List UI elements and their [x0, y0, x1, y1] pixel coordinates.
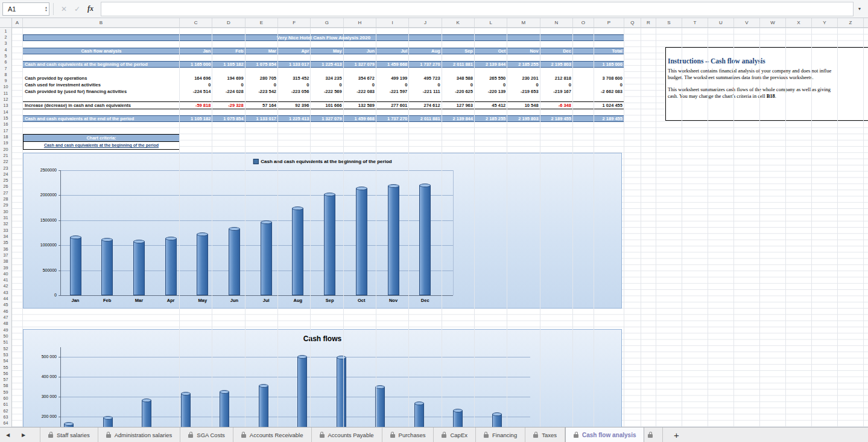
column-header-r[interactable]: R	[641, 18, 656, 27]
row-header-43[interactable]: 43	[0, 289, 11, 295]
column-header-u[interactable]: U	[708, 18, 734, 27]
row-header-46[interactable]: 46	[0, 308, 11, 314]
cell-total[interactable]: 3 708 600	[573, 75, 624, 82]
column-header-q[interactable]: Q	[624, 18, 641, 27]
column-header-a[interactable]: A	[12, 18, 23, 27]
cell-value[interactable]: 2 011 881	[442, 62, 475, 67]
cell-value[interactable]: 1 133 017	[278, 62, 311, 67]
row-header-7[interactable]: 7	[0, 65, 11, 71]
cell-value[interactable]: -219 653	[507, 88, 540, 95]
cell-value[interactable]: 1 459 668	[344, 116, 376, 121]
cell-value[interactable]: -222 569	[311, 88, 343, 95]
row-header-24[interactable]: 24	[0, 171, 11, 177]
row-label[interactable]: Cash and cash equivalents at the end of …	[23, 116, 180, 121]
cell-value[interactable]: 0	[246, 82, 278, 88]
row-header-1[interactable]: 1	[0, 28, 11, 34]
cell-value[interactable]: -224 028	[212, 88, 245, 95]
month-header[interactable]: Aug	[409, 48, 442, 54]
month-header[interactable]: May	[311, 48, 343, 54]
row-header-37[interactable]: 37	[0, 252, 11, 258]
month-header[interactable]: Jun	[344, 48, 376, 54]
cell-value[interactable]: 2 185 255	[507, 62, 540, 67]
cell-value[interactable]: 2 139 844	[442, 116, 475, 121]
row-header-11[interactable]: 11	[0, 90, 11, 96]
row-header-61[interactable]: 61	[0, 402, 11, 408]
cell-value[interactable]: 1 737 270	[409, 62, 442, 67]
month-header[interactable]: Mar	[246, 48, 278, 54]
cell-value[interactable]: 0	[278, 82, 311, 88]
row-header-32[interactable]: 32	[0, 221, 11, 227]
row-header-38[interactable]: 38	[0, 258, 11, 264]
column-header-k[interactable]: K	[442, 18, 475, 27]
row-header-22[interactable]: 22	[0, 159, 11, 165]
month-header[interactable]: Nov	[507, 48, 540, 54]
cell-value[interactable]: 1 737 270	[376, 116, 409, 121]
formula-bar-expand-icon[interactable]: ▼	[854, 7, 866, 11]
cell-value[interactable]: 274 612	[409, 102, 442, 109]
column-header-p[interactable]: P	[594, 18, 624, 27]
row-header-62[interactable]: 62	[0, 408, 11, 414]
cell-value[interactable]: -222 083	[344, 88, 376, 95]
row-header-4[interactable]: 4	[0, 46, 11, 53]
cell-value[interactable]: 265 550	[475, 75, 507, 82]
cell-value[interactable]: 230 201	[507, 75, 540, 82]
cell-value[interactable]: 324 235	[311, 75, 343, 82]
row-header-64[interactable]: 64	[0, 420, 11, 426]
cell-value[interactable]: 0	[212, 82, 245, 88]
row-header-55[interactable]: 55	[0, 364, 11, 370]
cell-value[interactable]: 1 459 668	[376, 62, 409, 67]
column-header-b[interactable]: B	[23, 18, 180, 27]
column-header-l[interactable]: L	[475, 18, 507, 27]
column-header-c[interactable]: C	[180, 18, 212, 27]
row-header-29[interactable]: 29	[0, 202, 11, 208]
cell-value[interactable]: 0	[344, 82, 376, 88]
cell-value[interactable]: -6 348	[540, 102, 573, 109]
row-header-54[interactable]: 54	[0, 358, 11, 364]
row-header-63[interactable]: 63	[0, 414, 11, 420]
cell-value[interactable]: 315 452	[278, 75, 311, 82]
column-header-e[interactable]: E	[246, 18, 278, 27]
sheet-tab-staff-salaries[interactable]: Staff salaries	[40, 428, 98, 442]
cell-value[interactable]: -29 328	[212, 102, 245, 109]
cell-value[interactable]: 1 327 079	[344, 62, 376, 67]
cell-value[interactable]: 2 195 803	[540, 62, 573, 67]
row-header-50[interactable]: 50	[0, 333, 11, 339]
accept-icon[interactable]: ✓	[71, 5, 84, 13]
cell-value[interactable]: 0	[376, 82, 409, 88]
cell-value[interactable]: 348 588	[442, 75, 475, 82]
tabs-scroll-left-icon[interactable]: ◀	[0, 428, 16, 442]
sheet-tab-administration-salaries[interactable]: Administration salaries	[98, 428, 181, 442]
add-sheet-button[interactable]: +	[668, 428, 685, 442]
row-header-42[interactable]: 42	[0, 283, 11, 289]
cell-value[interactable]: 1 225 413	[311, 62, 343, 67]
cell-value[interactable]: 1 327 079	[311, 116, 343, 121]
row-header-28[interactable]: 28	[0, 196, 11, 202]
cell-value[interactable]: 212 818	[540, 75, 573, 82]
row-header-5[interactable]: 5	[0, 53, 11, 59]
row-header-6[interactable]: 6	[0, 59, 11, 65]
row-label[interactable]: Cash provided by operations	[23, 75, 180, 82]
row-header-20[interactable]: 20	[0, 146, 11, 152]
chart-cash-flows[interactable]: Cash flows200 000300 000400 000500 000	[23, 329, 622, 427]
row-header-53[interactable]: 53	[0, 351, 11, 357]
column-header-y[interactable]: Y	[812, 18, 838, 27]
row-header-23[interactable]: 23	[0, 165, 11, 171]
column-header-v[interactable]: V	[734, 18, 760, 27]
row-header-8[interactable]: 8	[0, 71, 11, 77]
row-header-33[interactable]: 33	[0, 227, 11, 233]
row-header-59[interactable]: 59	[0, 389, 11, 395]
cell-value[interactable]: 127 963	[442, 102, 475, 109]
cell-value[interactable]: 280 705	[246, 75, 278, 82]
month-header[interactable]: Oct	[475, 48, 507, 54]
month-header[interactable]: Apr	[278, 48, 311, 54]
sheet-tab-partial[interactable]	[644, 428, 663, 442]
row-header-56[interactable]: 56	[0, 370, 11, 376]
row-label[interactable]: Cash provided by (used for) financing ac…	[23, 88, 180, 95]
column-header-t[interactable]: T	[682, 18, 708, 27]
cell-total[interactable]: 2 189 455	[573, 116, 624, 121]
row-label[interactable]: Cash and cash equivalents at the beginni…	[23, 62, 180, 67]
cell-value[interactable]: 132 589	[344, 102, 376, 109]
cell-value[interactable]: 354 672	[344, 75, 376, 82]
select-all-corner[interactable]	[0, 18, 12, 28]
row-header-41[interactable]: 41	[0, 277, 11, 283]
